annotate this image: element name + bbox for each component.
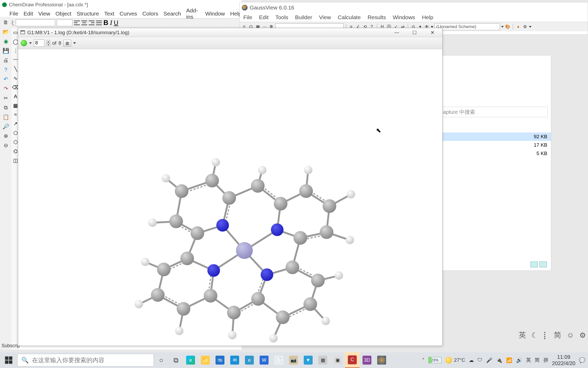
menu-colors[interactable]: Colors xyxy=(142,11,158,17)
atom-c[interactable] xyxy=(303,297,317,311)
chemdraw-menubar[interactable]: File Edit View Object Structure Text Cur… xyxy=(0,9,242,18)
atom-h[interactable] xyxy=(346,236,354,244)
animate-icon[interactable]: ▥ xyxy=(63,40,71,47)
save-icon[interactable]: 💾 xyxy=(2,47,9,54)
notifications-icon[interactable]: 💬 xyxy=(579,357,585,363)
help-icon[interactable]: ? xyxy=(2,66,9,73)
wavy-icon[interactable]: ≈ xyxy=(14,112,17,117)
close-button[interactable]: ✕ xyxy=(424,28,440,37)
bold-icon[interactable]: B xyxy=(103,19,108,27)
cd-logo-icon[interactable]: ◉ xyxy=(2,38,9,45)
atom-h[interactable] xyxy=(162,174,170,182)
tray-ime-pin[interactable]: 拼 xyxy=(543,357,548,364)
maximize-button[interactable]: ☐ xyxy=(407,28,422,37)
atom-n[interactable] xyxy=(216,219,229,232)
browser-app[interactable]: e xyxy=(242,352,257,368)
gv-palette-icon[interactable]: 🎨 xyxy=(505,24,511,30)
dropdown-icon[interactable] xyxy=(29,42,32,44)
cube-icon[interactable]: ◫ xyxy=(13,157,18,163)
status-dot-icon[interactable] xyxy=(21,40,27,46)
atom-c[interactable] xyxy=(180,252,194,265)
molecule-titlebar[interactable]: 🗔 G1:M8:V1 - 1.log (D:/keti/4-18/summary… xyxy=(18,28,442,37)
atom-c[interactable] xyxy=(274,197,287,211)
ime-lang[interactable]: 英 xyxy=(519,330,526,340)
wave-icon[interactable]: 〰 xyxy=(13,57,18,63)
tray-wifi-icon[interactable]: 📶 xyxy=(506,357,512,363)
menu-structure[interactable]: Structure xyxy=(77,11,99,17)
notes-app[interactable]: 📄 xyxy=(271,352,286,368)
ime-moon-icon[interactable]: ☾ xyxy=(531,331,538,340)
gv-menu-results[interactable]: Results xyxy=(368,14,386,21)
copy-icon[interactable]: ⧉ xyxy=(2,104,9,111)
atom-h[interactable] xyxy=(175,327,183,335)
menu-window[interactable]: Window xyxy=(205,11,225,17)
reader-app[interactable]: ▣ xyxy=(330,352,345,368)
start-button[interactable] xyxy=(0,352,17,368)
bond-icon[interactable]: ╲ xyxy=(14,66,17,72)
align-center-icon[interactable] xyxy=(81,21,87,25)
atom-n[interactable] xyxy=(261,268,273,281)
scheme-select[interactable] xyxy=(434,23,500,30)
atom-h[interactable] xyxy=(269,334,278,343)
gv-menu-calculate[interactable]: Calculate xyxy=(338,14,361,21)
gv-fire-icon[interactable]: ♦ xyxy=(515,24,521,30)
gv-menu-edit[interactable]: Edit xyxy=(259,14,269,21)
redo-icon[interactable]: ↷ xyxy=(2,85,9,92)
file-row[interactable]: 5 KB xyxy=(433,149,551,158)
undo-icon[interactable]: ↶ xyxy=(2,76,9,83)
find-icon[interactable]: 🔎 xyxy=(2,123,9,130)
text-tool-icon[interactable]: A xyxy=(14,94,17,99)
atom-c[interactable] xyxy=(320,225,333,239)
vscode-app[interactable]: ▼ xyxy=(301,352,316,368)
gv-menu-file[interactable]: File xyxy=(243,14,252,21)
atom-n[interactable] xyxy=(271,223,284,236)
marquee-icon[interactable]: ▭ xyxy=(13,29,18,35)
cut-icon[interactable]: ✂ xyxy=(2,95,9,101)
atom-c[interactable] xyxy=(204,289,217,303)
atom-h[interactable] xyxy=(258,166,266,174)
taskview-icon[interactable]: ⧉ xyxy=(169,352,183,368)
chain-icon[interactable]: ∿ xyxy=(13,75,18,81)
gaussview-app[interactable] xyxy=(374,352,389,368)
taskbar-search[interactable]: 🔍 在这里输入你要搜索的内容 xyxy=(17,354,154,366)
open-icon[interactable]: 📂 xyxy=(2,28,9,35)
atom-h[interactable] xyxy=(228,331,237,339)
atom-h[interactable] xyxy=(141,258,149,266)
file-view-toggle[interactable] xyxy=(531,262,547,267)
lasso-icon[interactable]: ◯ xyxy=(13,39,18,45)
atom-h[interactable] xyxy=(347,190,355,198)
frame-current-input[interactable] xyxy=(34,39,44,47)
tray-volume-icon[interactable]: 🔊 xyxy=(516,357,522,363)
menu-curves[interactable]: Curves xyxy=(120,11,137,17)
gv-menu-view[interactable]: View xyxy=(319,14,331,21)
atom-c[interactable] xyxy=(169,214,183,228)
dropdown-icon[interactable] xyxy=(431,26,433,28)
atom-m[interactable] xyxy=(236,242,253,259)
atom-c[interactable] xyxy=(299,184,313,198)
menu-edit[interactable]: Edit xyxy=(24,11,33,17)
atom-c[interactable] xyxy=(157,263,171,276)
battery-indicator[interactable]: 23% xyxy=(428,357,442,363)
3d-app[interactable]: 3D xyxy=(360,352,374,368)
molecule-3d-canvas[interactable] xyxy=(18,49,442,346)
tray-power-icon[interactable]: 🔌 xyxy=(496,357,502,363)
menu-search[interactable]: Search xyxy=(164,11,181,17)
atom-h[interactable] xyxy=(148,218,157,227)
menu-addins[interactable]: Add-ins xyxy=(186,7,200,20)
atom-c[interactable] xyxy=(191,226,204,240)
align-justify-icon[interactable] xyxy=(96,21,102,25)
tray-ime-simp[interactable]: 简 xyxy=(535,357,540,364)
ime-settings-icon[interactable]: ⚙ xyxy=(579,331,586,340)
atom-h[interactable] xyxy=(335,271,343,280)
file-search-input[interactable]: VCapture 中搜索 xyxy=(433,107,548,117)
arrow-tool-icon[interactable]: ↗ xyxy=(13,121,18,127)
underline-icon[interactable]: U xyxy=(114,19,118,27)
mail-app[interactable]: ✉ xyxy=(227,352,242,368)
dropdown-icon[interactable] xyxy=(501,26,504,28)
table-icon[interactable]: ▦ xyxy=(13,103,18,109)
atom-c[interactable] xyxy=(276,310,290,324)
atom-c[interactable] xyxy=(177,302,190,316)
gv-gear-icon[interactable]: ⚙ xyxy=(522,24,528,30)
gv-menu-tools[interactable]: Tools xyxy=(275,14,288,21)
gaussview-menubar[interactable]: File Edit Tools Builder View Calculate R… xyxy=(240,13,588,22)
